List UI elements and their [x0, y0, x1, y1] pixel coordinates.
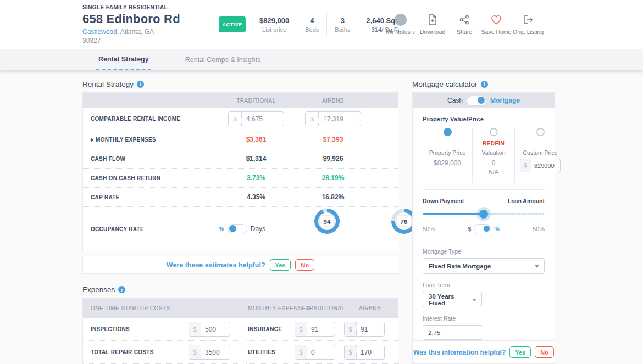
property-location: Castlewood, Atlanta, GA: [82, 28, 217, 36]
download-pdf-icon: [428, 14, 437, 25]
orig-listing-button[interactable]: Orig. Listing: [512, 13, 544, 35]
info-icon[interactable]: i: [137, 81, 144, 88]
download-button[interactable]: Download: [417, 13, 448, 35]
tab-rental-comps[interactable]: Rental Comps & Insights: [183, 49, 263, 70]
dollar-percent-toggle[interactable]: [474, 224, 491, 233]
mortgage-feedback: Was this information helpful? Yes No: [413, 340, 555, 363]
my-notes-button[interactable]: My Notes ∨: [385, 13, 417, 35]
cash-option-label[interactable]: Cash: [447, 97, 463, 104]
expense-row-utilities: UTILITIES $ $: [246, 341, 399, 364]
loan-term-select[interactable]: 30 Years Fixed: [423, 292, 482, 307]
income-traditional-input[interactable]: [242, 115, 284, 123]
table-row-cash-on-cash: CASH ON CASH RETURN 3.73% 28.19%: [83, 169, 398, 188]
custom-price-input[interactable]: [531, 163, 560, 169]
redfin-valuation-radio[interactable]: [490, 128, 498, 136]
status-badge: ACTIVE: [219, 16, 246, 32]
share-icon: [459, 15, 469, 25]
dollar-prefix: $: [229, 112, 242, 126]
row-label: CAP RATE: [83, 194, 212, 200]
percent-option-label[interactable]: %: [494, 226, 500, 232]
expenses-title: Expenses i: [82, 285, 125, 294]
column-airbnb: AIRBNB: [359, 305, 381, 311]
utilities-airbnb-group: $: [344, 345, 385, 360]
option-label: Property Price: [423, 149, 472, 156]
cash-flow-traditional: $1,314: [212, 155, 300, 163]
mortgage-calculator-title: Mortgage calculator i: [412, 80, 488, 88]
neighborhood-link[interactable]: Castlewood: [82, 28, 117, 36]
coc-traditional: 3.73%: [212, 174, 300, 182]
table-row-monthly-expenses[interactable]: MONTHLY EXPENSES $3,361 $7,393: [83, 130, 398, 149]
dollar-prefix: $: [306, 112, 319, 126]
expand-arrow-icon: [91, 138, 93, 142]
custom-price-radio[interactable]: [536, 128, 545, 136]
baths-stat: 3 Baths: [326, 13, 358, 36]
expense-label: INSURANCE: [246, 326, 295, 332]
monthly-expenses-airbnb: $7,393: [300, 136, 366, 143]
rental-table-header: TRADITIONAL AIRBNB: [83, 93, 398, 108]
dollar-prefix: $: [189, 345, 201, 359]
insurance-traditional-input[interactable]: [307, 326, 335, 333]
occupancy-traditional-value[interactable]: 94: [320, 216, 335, 227]
tab-rental-strategy[interactable]: Rental Strategy: [96, 49, 151, 70]
occupancy-airbnb-value[interactable]: 76: [397, 216, 412, 227]
expense-row-insurance: INSURANCE $ $: [246, 318, 399, 341]
table-row-cap-rate: CAP RATE 4.35% 16.82%: [83, 188, 398, 207]
app-page: SINGLE FAMILY RESIDENTIAL 658 Edinboro R…: [0, 0, 643, 364]
beds-stat: 4 Beds: [297, 13, 326, 36]
info-icon[interactable]: i: [118, 286, 125, 293]
percent-option-label: %: [219, 226, 224, 232]
mortgage-type-select[interactable]: Fixed Rate Mortgage: [423, 258, 545, 274]
column-traditional: TRADITIONAL: [212, 98, 300, 104]
feedback-question: Were these estimates helpful?: [167, 261, 265, 269]
down-payment-values: 50% $ % 50%: [423, 224, 545, 233]
expense-label: TOTAL REPAIR COSTS: [91, 349, 154, 355]
loan-amount-label: Loan Amount: [508, 198, 545, 204]
share-button[interactable]: Share: [448, 13, 480, 35]
share-label: Share: [448, 29, 480, 35]
utilities-traditional-input[interactable]: [307, 349, 335, 356]
yes-button[interactable]: Yes: [270, 259, 291, 271]
days-option-label: Days: [251, 225, 265, 233]
no-button[interactable]: No: [295, 259, 314, 271]
property-price-radio[interactable]: [444, 128, 452, 136]
no-button[interactable]: No: [535, 346, 554, 358]
property-value-section: Property Value/Price Property Price $829…: [413, 108, 555, 340]
info-icon[interactable]: i: [481, 81, 488, 88]
save-home-button[interactable]: Save Home: [480, 13, 512, 35]
down-payment-slider[interactable]: [423, 210, 545, 219]
down-payment-label: Down Payment: [423, 198, 464, 204]
column-onetime-costs: ONE TIME STARTUP COSTS: [91, 305, 170, 311]
property-type: SINGLE FAMILY RESIDENTIAL: [82, 4, 217, 10]
mortgage-type-value: Fixed Rate Mortgage: [429, 263, 491, 270]
insurance-airbnb-input[interactable]: [357, 326, 384, 333]
dollar-prefix: $: [345, 345, 357, 359]
income-airbnb-input[interactable]: [319, 115, 361, 123]
utilities-traditional-group: $: [295, 345, 335, 360]
list-price-value: $829,000: [259, 16, 289, 25]
occupancy-label: OCCUPANCY RATE: [91, 226, 144, 232]
down-payment-header: Down Payment Loan Amount: [423, 198, 545, 204]
loan-amount-percent: 50%: [533, 226, 545, 232]
occupancy-unit-toggle[interactable]: [228, 224, 247, 234]
row-label: CASH FLOW: [83, 156, 212, 162]
dollar-option-label[interactable]: $: [468, 226, 471, 232]
utilities-airbnb-input[interactable]: [357, 349, 384, 356]
inspections-input[interactable]: [201, 326, 230, 333]
slider-filled-track: [423, 213, 484, 215]
repair-costs-input[interactable]: [201, 349, 230, 356]
insurance-traditional-group: $: [295, 322, 335, 337]
property-summary: SINGLE FAMILY RESIDENTIAL 658 Edinboro R…: [82, 4, 217, 44]
mortgage-option-label[interactable]: Mortgage: [490, 97, 520, 104]
table-row-comparable-income: COMPARABLE RENTAL INCOME $ $: [83, 108, 398, 130]
rental-strategy-table: TRADITIONAL AIRBNB COMPARABLE RENTAL INC…: [82, 92, 398, 251]
list-price-label: List price: [259, 26, 289, 33]
download-label: Download: [417, 29, 448, 35]
interest-rate-label: Interest Rate: [423, 315, 545, 322]
property-value-label: Property Value/Price: [423, 116, 545, 122]
cash-mortgage-toggle[interactable]: [467, 96, 486, 106]
interest-rate-input[interactable]: [423, 325, 483, 340]
income-airbnb-input-group: $: [305, 111, 361, 126]
table-row-cash-flow: CASH FLOW $1,314 $9,926: [83, 149, 398, 169]
slider-handle[interactable]: [479, 210, 488, 219]
yes-button[interactable]: Yes: [509, 346, 531, 358]
